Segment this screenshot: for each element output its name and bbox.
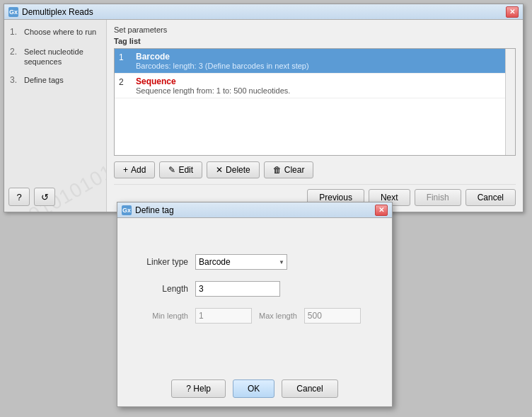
sidebar-item-tags[interactable]: 3. Define tags [10,75,100,86]
define-tag-dialog: Gx Define tag ✕ Linker type Barcode Sequ… [117,202,393,407]
tag-desc-1: Barcodes: length: 3 (Define barcodes in … [136,62,309,70]
delete-icon: ✕ [216,165,223,175]
main-content: Set parameters Tag list 1 Barcode Barcod… [107,20,523,212]
sidebar-label-2: Select nucleotide sequences [24,47,100,67]
add-button[interactable]: + Add [114,161,155,178]
finish-button[interactable]: Finish [415,189,461,206]
tag-desc-2: Sequence length from: 1 to: 500 nucleoti… [136,86,290,95]
section-title: Set parameters [114,25,516,34]
main-window: Gx Demultiplex Reads ✕ 1. Choose where t… [4,4,524,212]
tag-info-2: Sequence Sequence length from: 1 to: 500… [136,76,290,95]
tag-item-1[interactable]: 1 Barcode Barcodes: length: 3 (Define ba… [115,49,515,74]
cancel-button[interactable]: Cancel [466,189,516,206]
toolbar: + Add ✎ Edit ✕ Delete 🗑 Clear [114,161,516,178]
dialog-help-button[interactable]: ? Help [171,379,226,398]
delete-button[interactable]: ✕ Delete [207,161,260,178]
linker-type-select[interactable]: Barcode Sequence [195,254,287,270]
length-row: Length [132,281,378,297]
sidebar-num-3: 3. [10,75,20,86]
tag-num-1: 1 [119,52,130,62]
sidebar-num-1: 1. [10,27,20,38]
dialog-ok-button[interactable]: OK [233,379,274,398]
sidebar-label-3: Define tags [24,75,64,85]
dialog-title: Define tag [135,205,174,215]
dialog-bottom: ? Help OK Cancel [117,379,392,398]
clear-label: Clear [284,165,305,175]
edit-icon: ✎ [168,165,175,175]
dialog-body: Linker type Barcode Sequence ▼ Length Mi… [117,218,392,334]
dialog-cancel-button[interactable]: Cancel [282,379,337,398]
tag-list-label: Tag list [114,37,516,45]
main-window-title: Demultiplex Reads [22,7,93,17]
tag-name-1: Barcode [136,52,309,62]
dialog-title-left: Gx Define tag [122,205,174,215]
delete-label: Delete [226,165,250,175]
tag-list-container[interactable]: 1 Barcode Barcodes: length: 3 (Define ba… [114,48,516,156]
sidebar-item-choose[interactable]: 1. Choose where to run [10,27,100,38]
reset-button[interactable]: ↺ [34,188,55,206]
help-button[interactable]: ? [8,188,30,206]
linker-type-row: Linker type Barcode Sequence ▼ [132,254,378,270]
length-input[interactable] [195,281,280,297]
tag-name-2: Sequence [136,76,290,86]
window-body: 1. Choose where to run 2. Select nucleot… [4,20,523,212]
title-bar-left: Gx Demultiplex Reads [8,7,93,17]
clear-button[interactable]: 🗑 Clear [264,161,314,178]
min-length-label: Min length [132,312,188,320]
max-length-label: Max length [259,312,297,320]
sidebar-num-2: 2. [10,47,20,58]
edit-label: Edit [178,165,193,175]
main-window-icon: Gx [8,7,18,17]
tag-num-2: 2 [119,76,130,87]
scrollbar[interactable] [505,49,515,155]
edit-button[interactable]: ✎ Edit [159,161,202,178]
main-title-bar: Gx Demultiplex Reads ✕ [4,4,523,20]
max-length-input[interactable] [304,308,361,324]
add-icon: + [123,165,128,175]
length-label: Length [132,284,188,294]
linker-type-label: Linker type [132,257,188,267]
dialog-title-bar: Gx Define tag ✕ [117,202,392,218]
clear-icon: 🗑 [273,165,282,175]
add-label: Add [131,165,146,175]
linker-type-wrapper: Barcode Sequence ▼ [195,254,287,270]
dialog-close-button[interactable]: ✕ [375,205,388,216]
tag-item-2[interactable]: 2 Sequence Sequence length from: 1 to: 5… [115,74,515,98]
dialog-icon: Gx [122,205,132,215]
sidebar-label-1: Choose where to run [24,27,96,37]
sidebar-bottom: ? ↺ [8,188,55,206]
min-max-row: Min length Max length [132,308,378,324]
sidebar-item-sequences[interactable]: 2. Select nucleotide sequences [10,47,100,67]
sidebar: 1. Choose where to run 2. Select nucleot… [4,20,107,212]
dialog-spacer [132,229,378,243]
tag-info-1: Barcode Barcodes: length: 3 (Define barc… [136,52,309,70]
main-close-button[interactable]: ✕ [506,6,519,18]
min-length-input[interactable] [195,308,252,324]
